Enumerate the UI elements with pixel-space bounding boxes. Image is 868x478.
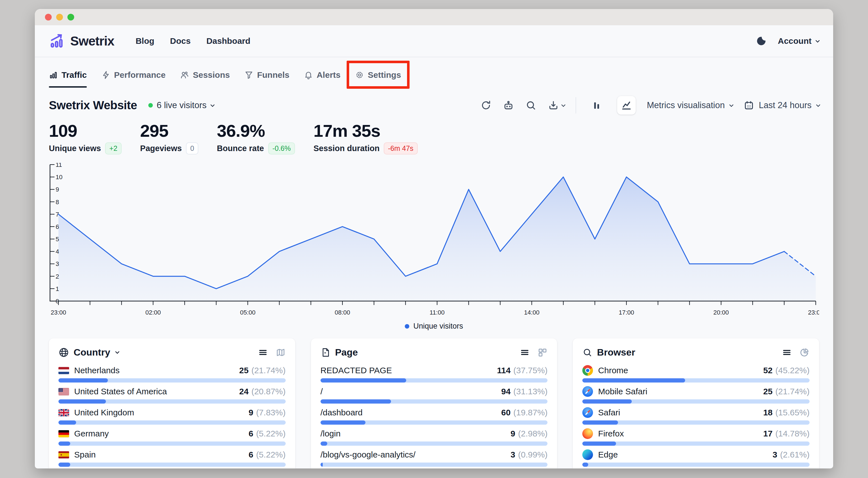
- bar-chart-view-button[interactable]: [587, 96, 606, 115]
- dark-mode-moon-icon[interactable]: [756, 36, 767, 46]
- list-view-icon[interactable]: [782, 348, 792, 357]
- progress-bar: [58, 378, 286, 383]
- funnel-icon: [244, 70, 253, 79]
- row-value: 3: [511, 450, 516, 459]
- row-percent: (7.83%): [256, 408, 286, 417]
- zoom-button[interactable]: [67, 14, 74, 21]
- stat-session-duration[interactable]: 17m 35s Session duration -6m 47s: [313, 121, 418, 155]
- table-row[interactable]: Spain 6(5.22%): [58, 449, 286, 467]
- flag-uk-icon: [58, 409, 69, 416]
- row-value: 3: [773, 450, 777, 459]
- row-value: 94: [501, 387, 510, 396]
- row-value: 114: [497, 366, 510, 375]
- row-percent: (31.13%): [514, 387, 548, 396]
- tab-sessions[interactable]: Sessions: [180, 70, 230, 82]
- row-percent: (19.87%): [514, 408, 548, 417]
- refresh-button[interactable]: [480, 100, 492, 111]
- chevron-down-icon: [816, 102, 820, 107]
- row-percent: (0.99%): [518, 450, 548, 459]
- bar-chart-icon: [49, 70, 58, 79]
- chevron-down-icon: [210, 102, 215, 107]
- date-range-dropdown[interactable]: Last 24 hours: [744, 100, 819, 110]
- panel-title: Country: [73, 347, 110, 358]
- tab-funnels[interactable]: Funnels: [244, 70, 289, 82]
- table-row[interactable]: /dashboard 60(19.87%): [320, 407, 548, 425]
- row-percent: (45.22%): [775, 366, 810, 375]
- toolbar-divider: [576, 97, 576, 114]
- row-percent: (5.22%): [256, 429, 286, 438]
- svg-text:9: 9: [56, 186, 59, 193]
- tab-settings[interactable]: Settings: [355, 70, 401, 82]
- svg-text:11: 11: [56, 163, 62, 168]
- close-button[interactable]: [45, 14, 52, 21]
- search-button[interactable]: [525, 100, 536, 111]
- export-button[interactable]: [548, 100, 564, 111]
- row-name: REDACTED PAGE: [320, 366, 392, 375]
- row-value: 9: [249, 408, 253, 417]
- table-row[interactable]: United States of America 24(20.87%): [58, 386, 286, 404]
- table-row[interactable]: Chrome 52(45.22%): [582, 364, 810, 383]
- row-value: 25: [763, 387, 773, 396]
- ai-bot-button[interactable]: [503, 100, 514, 111]
- tab-label: Traffic: [62, 70, 87, 80]
- metrics-visualisation-dropdown[interactable]: Metrics visualisation: [647, 100, 732, 110]
- table-row[interactable]: / 94(31.13%): [320, 386, 548, 404]
- line-chart-view-button[interactable]: [617, 96, 636, 115]
- table-row[interactable]: United Kingdom 9(7.83%): [58, 407, 286, 425]
- tab-traffic[interactable]: Traffic: [49, 70, 87, 82]
- traffic-chart[interactable]: 0123456789101123:0002:0005:0008:0011:001…: [49, 163, 819, 330]
- tab-label: Funnels: [257, 70, 289, 80]
- country-panel: Country Netherlands 25(21.74%): [49, 339, 295, 469]
- stat-unique-views[interactable]: 109 Unique views +2: [49, 121, 122, 155]
- tab-performance[interactable]: Performance: [101, 70, 165, 82]
- account-menu[interactable]: Account: [778, 36, 818, 46]
- metrics-visualisation-label: Metrics visualisation: [647, 100, 725, 110]
- progress-bar: [582, 420, 810, 425]
- nav-link-docs[interactable]: Docs: [170, 36, 190, 46]
- row-name: United Kingdom: [74, 408, 134, 417]
- stat-label: Unique views: [49, 144, 101, 153]
- list-view-icon[interactable]: [258, 348, 268, 357]
- table-row[interactable]: Firefox 17(14.78%): [582, 428, 810, 446]
- account-label: Account: [778, 36, 811, 46]
- grid-view-icon[interactable]: [537, 347, 548, 357]
- pie-chart-icon[interactable]: [800, 347, 810, 357]
- table-row[interactable]: Safari 18(15.65%): [582, 407, 810, 425]
- search-icon: [525, 100, 536, 111]
- nav-link-blog[interactable]: Blog: [136, 36, 155, 46]
- row-name: Firefox: [598, 429, 624, 438]
- chevron-down-icon[interactable]: [115, 350, 120, 354]
- chrome-icon: [582, 365, 593, 376]
- tab-alerts[interactable]: Alerts: [304, 70, 340, 82]
- lightning-icon: [101, 70, 111, 79]
- map-icon[interactable]: [276, 347, 286, 357]
- table-row[interactable]: /login 9(2.98%): [320, 428, 548, 446]
- flag-netherlands-icon: [58, 367, 69, 374]
- live-visitors-dropdown[interactable]: 6 live visitors: [148, 100, 214, 110]
- table-row[interactable]: Netherlands 25(21.74%): [58, 364, 286, 383]
- table-row[interactable]: REDACTED PAGE 114(37.75%): [320, 364, 548, 383]
- nav-link-dashboard[interactable]: Dashboard: [207, 36, 251, 46]
- chevron-down-icon: [815, 38, 820, 43]
- stat-pageviews[interactable]: 295 Pageviews 0: [140, 121, 198, 155]
- browser-panel: Browser Chrome 52(45.22%): [573, 339, 819, 469]
- tab-label: Sessions: [193, 70, 230, 80]
- row-percent: (14.78%): [775, 429, 810, 438]
- minimize-button[interactable]: [56, 14, 63, 21]
- svg-text:08:00: 08:00: [335, 309, 350, 316]
- swetrix-logo[interactable]: Swetrix: [50, 33, 114, 49]
- list-view-icon[interactable]: [520, 348, 529, 357]
- row-value: 60: [501, 408, 510, 417]
- table-row[interactable]: Edge 3(2.61%): [582, 449, 810, 467]
- svg-text:7: 7: [56, 211, 59, 218]
- brand-name: Swetrix: [70, 33, 114, 49]
- window-titlebar: [35, 9, 833, 25]
- svg-text:02:00: 02:00: [145, 309, 161, 316]
- table-row[interactable]: Mobile Safari 25(21.74%): [582, 386, 810, 404]
- chart-legend[interactable]: Unique visitors: [49, 322, 819, 330]
- stat-change-badge: -6m 47s: [384, 142, 417, 155]
- table-row[interactable]: /blog/vs-google-analytics/ 3(0.99%): [320, 449, 548, 467]
- globe-icon: [58, 347, 69, 358]
- stat-bounce-rate[interactable]: 36.9% Bounce rate -0.6%: [217, 121, 295, 155]
- table-row[interactable]: Germany 6(5.22%): [58, 428, 286, 446]
